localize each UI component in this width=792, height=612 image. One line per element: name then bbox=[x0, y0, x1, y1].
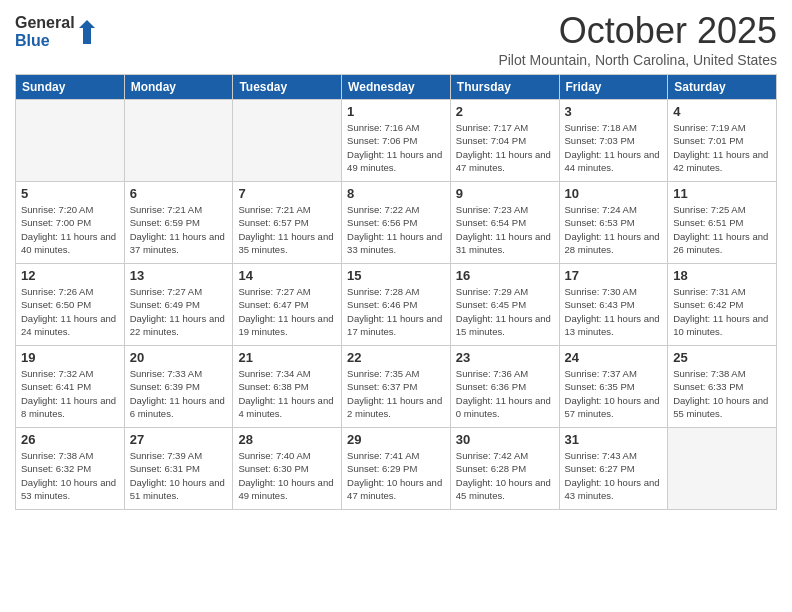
table-row: 29Sunrise: 7:41 AMSunset: 6:29 PMDayligh… bbox=[342, 428, 451, 510]
calendar: Sunday Monday Tuesday Wednesday Thursday… bbox=[15, 74, 777, 510]
header-sunday: Sunday bbox=[16, 75, 125, 100]
day-number: 12 bbox=[21, 268, 119, 283]
day-info: Sunrise: 7:23 AMSunset: 6:54 PMDaylight:… bbox=[456, 203, 554, 256]
table-row bbox=[233, 100, 342, 182]
table-row: 31Sunrise: 7:43 AMSunset: 6:27 PMDayligh… bbox=[559, 428, 668, 510]
day-info: Sunrise: 7:21 AMSunset: 6:57 PMDaylight:… bbox=[238, 203, 336, 256]
day-info: Sunrise: 7:26 AMSunset: 6:50 PMDaylight:… bbox=[21, 285, 119, 338]
table-row: 16Sunrise: 7:29 AMSunset: 6:45 PMDayligh… bbox=[450, 264, 559, 346]
day-number: 28 bbox=[238, 432, 336, 447]
day-number: 26 bbox=[21, 432, 119, 447]
day-number: 18 bbox=[673, 268, 771, 283]
day-number: 6 bbox=[130, 186, 228, 201]
day-info: Sunrise: 7:35 AMSunset: 6:37 PMDaylight:… bbox=[347, 367, 445, 420]
day-number: 31 bbox=[565, 432, 663, 447]
table-row: 9Sunrise: 7:23 AMSunset: 6:54 PMDaylight… bbox=[450, 182, 559, 264]
day-number: 30 bbox=[456, 432, 554, 447]
day-number: 2 bbox=[456, 104, 554, 119]
table-row: 13Sunrise: 7:27 AMSunset: 6:49 PMDayligh… bbox=[124, 264, 233, 346]
day-info: Sunrise: 7:27 AMSunset: 6:49 PMDaylight:… bbox=[130, 285, 228, 338]
header-saturday: Saturday bbox=[668, 75, 777, 100]
table-row: 8Sunrise: 7:22 AMSunset: 6:56 PMDaylight… bbox=[342, 182, 451, 264]
day-number: 9 bbox=[456, 186, 554, 201]
logo-general: General bbox=[15, 14, 75, 32]
day-number: 5 bbox=[21, 186, 119, 201]
calendar-week-row: 12Sunrise: 7:26 AMSunset: 6:50 PMDayligh… bbox=[16, 264, 777, 346]
table-row: 26Sunrise: 7:38 AMSunset: 6:32 PMDayligh… bbox=[16, 428, 125, 510]
logo-icon bbox=[77, 18, 97, 46]
header-friday: Friday bbox=[559, 75, 668, 100]
table-row: 7Sunrise: 7:21 AMSunset: 6:57 PMDaylight… bbox=[233, 182, 342, 264]
table-row: 18Sunrise: 7:31 AMSunset: 6:42 PMDayligh… bbox=[668, 264, 777, 346]
day-info: Sunrise: 7:16 AMSunset: 7:06 PMDaylight:… bbox=[347, 121, 445, 174]
calendar-week-row: 1Sunrise: 7:16 AMSunset: 7:06 PMDaylight… bbox=[16, 100, 777, 182]
day-info: Sunrise: 7:29 AMSunset: 6:45 PMDaylight:… bbox=[456, 285, 554, 338]
table-row: 24Sunrise: 7:37 AMSunset: 6:35 PMDayligh… bbox=[559, 346, 668, 428]
day-number: 10 bbox=[565, 186, 663, 201]
logo: General Blue bbox=[15, 14, 97, 49]
table-row bbox=[124, 100, 233, 182]
day-info: Sunrise: 7:40 AMSunset: 6:30 PMDaylight:… bbox=[238, 449, 336, 502]
day-number: 3 bbox=[565, 104, 663, 119]
table-row: 23Sunrise: 7:36 AMSunset: 6:36 PMDayligh… bbox=[450, 346, 559, 428]
table-row: 11Sunrise: 7:25 AMSunset: 6:51 PMDayligh… bbox=[668, 182, 777, 264]
day-info: Sunrise: 7:39 AMSunset: 6:31 PMDaylight:… bbox=[130, 449, 228, 502]
table-row: 19Sunrise: 7:32 AMSunset: 6:41 PMDayligh… bbox=[16, 346, 125, 428]
day-number: 22 bbox=[347, 350, 445, 365]
day-info: Sunrise: 7:17 AMSunset: 7:04 PMDaylight:… bbox=[456, 121, 554, 174]
day-info: Sunrise: 7:22 AMSunset: 6:56 PMDaylight:… bbox=[347, 203, 445, 256]
table-row: 30Sunrise: 7:42 AMSunset: 6:28 PMDayligh… bbox=[450, 428, 559, 510]
day-number: 15 bbox=[347, 268, 445, 283]
table-row: 25Sunrise: 7:38 AMSunset: 6:33 PMDayligh… bbox=[668, 346, 777, 428]
day-info: Sunrise: 7:30 AMSunset: 6:43 PMDaylight:… bbox=[565, 285, 663, 338]
table-row: 2Sunrise: 7:17 AMSunset: 7:04 PMDaylight… bbox=[450, 100, 559, 182]
table-row: 1Sunrise: 7:16 AMSunset: 7:06 PMDaylight… bbox=[342, 100, 451, 182]
day-info: Sunrise: 7:18 AMSunset: 7:03 PMDaylight:… bbox=[565, 121, 663, 174]
table-row bbox=[16, 100, 125, 182]
day-number: 25 bbox=[673, 350, 771, 365]
day-info: Sunrise: 7:21 AMSunset: 6:59 PMDaylight:… bbox=[130, 203, 228, 256]
table-row: 14Sunrise: 7:27 AMSunset: 6:47 PMDayligh… bbox=[233, 264, 342, 346]
table-row: 20Sunrise: 7:33 AMSunset: 6:39 PMDayligh… bbox=[124, 346, 233, 428]
table-row bbox=[668, 428, 777, 510]
table-row: 4Sunrise: 7:19 AMSunset: 7:01 PMDaylight… bbox=[668, 100, 777, 182]
day-number: 24 bbox=[565, 350, 663, 365]
day-number: 21 bbox=[238, 350, 336, 365]
day-number: 17 bbox=[565, 268, 663, 283]
day-number: 11 bbox=[673, 186, 771, 201]
day-number: 13 bbox=[130, 268, 228, 283]
table-row: 21Sunrise: 7:34 AMSunset: 6:38 PMDayligh… bbox=[233, 346, 342, 428]
day-number: 4 bbox=[673, 104, 771, 119]
day-number: 8 bbox=[347, 186, 445, 201]
day-info: Sunrise: 7:27 AMSunset: 6:47 PMDaylight:… bbox=[238, 285, 336, 338]
day-number: 7 bbox=[238, 186, 336, 201]
table-row: 22Sunrise: 7:35 AMSunset: 6:37 PMDayligh… bbox=[342, 346, 451, 428]
calendar-header-row: Sunday Monday Tuesday Wednesday Thursday… bbox=[16, 75, 777, 100]
day-info: Sunrise: 7:42 AMSunset: 6:28 PMDaylight:… bbox=[456, 449, 554, 502]
page: General Blue October 2025 Pilot Mountain… bbox=[0, 0, 792, 612]
table-row: 27Sunrise: 7:39 AMSunset: 6:31 PMDayligh… bbox=[124, 428, 233, 510]
table-row: 6Sunrise: 7:21 AMSunset: 6:59 PMDaylight… bbox=[124, 182, 233, 264]
location: Pilot Mountain, North Carolina, United S… bbox=[498, 52, 777, 68]
logo-blue: Blue bbox=[15, 32, 75, 50]
day-info: Sunrise: 7:24 AMSunset: 6:53 PMDaylight:… bbox=[565, 203, 663, 256]
day-info: Sunrise: 7:25 AMSunset: 6:51 PMDaylight:… bbox=[673, 203, 771, 256]
day-info: Sunrise: 7:31 AMSunset: 6:42 PMDaylight:… bbox=[673, 285, 771, 338]
day-number: 27 bbox=[130, 432, 228, 447]
day-info: Sunrise: 7:20 AMSunset: 7:00 PMDaylight:… bbox=[21, 203, 119, 256]
day-number: 16 bbox=[456, 268, 554, 283]
day-info: Sunrise: 7:38 AMSunset: 6:33 PMDaylight:… bbox=[673, 367, 771, 420]
day-info: Sunrise: 7:32 AMSunset: 6:41 PMDaylight:… bbox=[21, 367, 119, 420]
day-info: Sunrise: 7:43 AMSunset: 6:27 PMDaylight:… bbox=[565, 449, 663, 502]
day-number: 19 bbox=[21, 350, 119, 365]
header-thursday: Thursday bbox=[450, 75, 559, 100]
header: General Blue October 2025 Pilot Mountain… bbox=[15, 10, 777, 68]
day-info: Sunrise: 7:28 AMSunset: 6:46 PMDaylight:… bbox=[347, 285, 445, 338]
table-row: 17Sunrise: 7:30 AMSunset: 6:43 PMDayligh… bbox=[559, 264, 668, 346]
month-title: October 2025 bbox=[498, 10, 777, 52]
title-section: October 2025 Pilot Mountain, North Carol… bbox=[498, 10, 777, 68]
table-row: 12Sunrise: 7:26 AMSunset: 6:50 PMDayligh… bbox=[16, 264, 125, 346]
header-monday: Monday bbox=[124, 75, 233, 100]
table-row: 28Sunrise: 7:40 AMSunset: 6:30 PMDayligh… bbox=[233, 428, 342, 510]
day-info: Sunrise: 7:41 AMSunset: 6:29 PMDaylight:… bbox=[347, 449, 445, 502]
